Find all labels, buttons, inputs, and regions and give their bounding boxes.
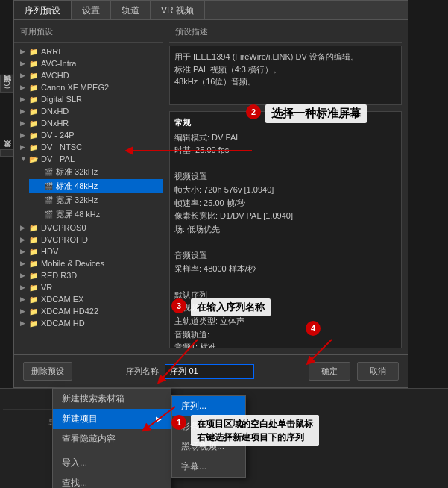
context-separator bbox=[53, 451, 171, 451]
settings-content: 编辑模式: DV PAL 时基: 25.00 fps 视频设置 帧大小: 720… bbox=[174, 131, 397, 348]
arrow-icon: ▶ bbox=[20, 107, 28, 115]
arrow-icon: ▼ bbox=[20, 155, 28, 163]
preset-hdv[interactable]: ▶ 📁 HDV bbox=[14, 245, 163, 257]
arrow-icon: ▶ bbox=[20, 284, 28, 291]
preset-dvcpros0[interactable]: ▶ 📁 DVCPROS0 bbox=[14, 222, 163, 234]
preset-avchd[interactable]: ▶ 📁 AVCHD bbox=[14, 69, 163, 81]
arrow-icon: ▶ bbox=[20, 307, 28, 315]
context-new-search-bin[interactable]: 新建搜索素材箱 bbox=[53, 389, 171, 409]
folder-icon: 📁 bbox=[29, 72, 38, 80]
submenu-title[interactable]: 字幕... bbox=[172, 457, 245, 477]
preset-xdcam-ex[interactable]: ▶ 📁 XDCAM EX bbox=[14, 293, 163, 305]
preset-std-48khz[interactable]: 🎬 标准 48kHz bbox=[29, 179, 163, 193]
preset-dnxhr[interactable]: ▶ 📁 DNxHR bbox=[14, 117, 163, 129]
cancel-button[interactable]: 取消 bbox=[357, 362, 399, 381]
context-import[interactable]: 导入... bbox=[53, 453, 171, 473]
spacer bbox=[35, 197, 42, 204]
context-view-hidden[interactable]: 查看隐藏内容 bbox=[53, 429, 171, 449]
confirm-button[interactable]: 确定 bbox=[309, 362, 350, 381]
folder-icon: 📁 bbox=[29, 96, 38, 104]
sequence-name-row: 序列名称 bbox=[72, 364, 309, 379]
folder-icon: 📁 bbox=[29, 131, 38, 140]
arrow-icon: ▶ bbox=[20, 260, 28, 267]
folder-icon: 📁 bbox=[29, 48, 38, 56]
folder-icon: 📁 bbox=[29, 236, 38, 244]
description-header: 预设描述 bbox=[169, 26, 402, 43]
preset-wide-48khz[interactable]: 🎬 宽屏 48 kHz bbox=[29, 207, 163, 222]
preset-red-r3d[interactable]: ▶ 📁 RED R3D bbox=[14, 269, 163, 281]
tab-sequence-preset[interactable]: 序列预设 bbox=[14, 1, 72, 19]
preset-arri[interactable]: ▶ 📁 ARRI bbox=[14, 46, 163, 57]
spacer bbox=[35, 183, 42, 190]
folder-icon: 📁 bbox=[29, 295, 38, 304]
dialog-body: 可用预设 ▶ 📁 ARRI ▶ 📁 AVC-Intra ▶ 📁 bbox=[14, 20, 408, 354]
preset-dnxhd[interactable]: ▶ 📁 DNxHD bbox=[14, 105, 163, 117]
preset-list-panel: 可用预设 ▶ 📁 ARRI ▶ 📁 AVC-Intra ▶ 📁 bbox=[14, 20, 163, 354]
folder-icon: 📁 bbox=[29, 248, 38, 256]
arrow-icon: ▶ bbox=[20, 119, 28, 127]
submenu-black-video[interactable]: 黑场视频... bbox=[172, 437, 245, 457]
context-new-item[interactable]: 新建项目 ▶ bbox=[53, 409, 171, 429]
arrow-icon: ▶ bbox=[20, 224, 28, 231]
side-label-edit: 编辑(C) bbox=[0, 75, 13, 93]
dv-pal-children: 🎬 标准 32kHz 🎬 标准 48kHz 🎬 宽屏 32kHz bbox=[14, 165, 163, 222]
preset-wide-32khz[interactable]: 🎬 宽屏 32kHz bbox=[29, 193, 163, 207]
file-icon: 🎬 bbox=[44, 196, 53, 204]
folder-icon: 📁 bbox=[29, 224, 38, 232]
confirm-cancel-group: 确定 取消 bbox=[309, 362, 399, 381]
preset-dv-ntsc[interactable]: ▶ 📁 DV - NTSC bbox=[14, 141, 163, 153]
preset-tree: ▶ 📁 ARRI ▶ 📁 AVC-Intra ▶ 📁 AVCHD bbox=[14, 46, 163, 329]
preset-description-panel: 预设描述 用于 IEEE1394 (FireWire/i.LINK) DV 设备… bbox=[163, 20, 408, 354]
context-menu: 新建搜索素材箱 新建项目 ▶ 查看隐藏内容 导入... 查找... bbox=[52, 388, 171, 488]
folder-icon: 📁 bbox=[29, 60, 38, 68]
arrow-icon: ▶ bbox=[20, 48, 28, 55]
dialog-bottom-bar: 删除预设 序列名称 确定 取消 bbox=[14, 354, 408, 387]
file-icon: 🎬 bbox=[44, 182, 53, 190]
arrow-icon: ▶ bbox=[20, 60, 28, 67]
context-find[interactable]: 查找... bbox=[53, 473, 171, 488]
folder-icon: 📁 bbox=[29, 260, 38, 268]
seq-name-label: 序列名称 bbox=[126, 366, 159, 377]
preset-avc-intra[interactable]: ▶ 📁 AVC-Intra bbox=[14, 57, 163, 69]
preset-std-32khz[interactable]: 🎬 标准 32kHz bbox=[29, 165, 163, 179]
available-presets-header: 可用预设 bbox=[14, 26, 163, 43]
tab-tracks[interactable]: 轨道 bbox=[111, 1, 151, 19]
file-icon: 🎬 bbox=[44, 210, 53, 219]
folder-icon: 📂 bbox=[29, 155, 38, 163]
arrow-icon: ▶ bbox=[20, 84, 28, 91]
folder-icon: 📁 bbox=[29, 107, 38, 116]
tab-settings[interactable]: 设置 bbox=[72, 1, 111, 19]
settings-section-title: 常规 bbox=[174, 116, 397, 130]
preset-vr[interactable]: ▶ 📁 VR bbox=[14, 281, 163, 293]
arrow-icon: ▶ bbox=[20, 143, 28, 151]
side-label-effects: 效果 bbox=[0, 149, 13, 157]
arrow-icon: ▶ bbox=[20, 319, 28, 327]
submenu-sequence[interactable]: 序列... bbox=[172, 396, 245, 416]
preset-digital-slr[interactable]: ▶ 📁 Digital SLR bbox=[14, 93, 163, 105]
submenu-color-bars[interactable]: 彩条... bbox=[172, 416, 245, 437]
folder-icon: 📁 bbox=[29, 143, 38, 151]
file-icon: 🎬 bbox=[44, 168, 53, 176]
dialog-window: 序列预设 设置 轨道 VR 视频 可用预设 ▶ 📁 ARRI ▶ 📁 AVC-I… bbox=[13, 0, 408, 388]
preset-dv-24p[interactable]: ▶ 📁 DV - 24P bbox=[14, 129, 163, 141]
preset-xdcam-hd[interactable]: ▶ 📁 XDCAM HD bbox=[14, 317, 163, 329]
folder-icon: 📁 bbox=[29, 319, 38, 328]
spacer bbox=[35, 169, 42, 176]
arrow-icon: ▶ bbox=[20, 248, 28, 255]
preset-xdcam-hd422[interactable]: ▶ 📁 XDCAM HD422 bbox=[14, 305, 163, 317]
preset-dv-pal[interactable]: ▼ 📂 DV - PAL bbox=[14, 153, 163, 165]
folder-icon: 📁 bbox=[29, 307, 38, 316]
tab-vr-video[interactable]: VR 视频 bbox=[151, 1, 205, 19]
arrow-icon: ▶ bbox=[20, 72, 28, 79]
spacer bbox=[35, 211, 42, 219]
folder-icon: 📁 bbox=[29, 84, 38, 92]
sequence-name-input[interactable] bbox=[165, 364, 254, 379]
submenu: 序列... 彩条... 黑场视频... 字幕... bbox=[171, 395, 246, 478]
preset-dvcprohd[interactable]: ▶ 📁 DVCPROHD bbox=[14, 234, 163, 245]
settings-text: 常规 编辑模式: DV PAL 时基: 25.00 fps 视频设置 帧大小: … bbox=[169, 111, 402, 348]
description-text: 用于 IEEE1394 (FireWire/i.LINK) DV 设备的编辑。 … bbox=[169, 46, 402, 105]
preset-mobile[interactable]: ▶ 📁 Mobile & Devices bbox=[14, 257, 163, 269]
preset-canon-xf[interactable]: ▶ 📁 Canon XF MPEG2 bbox=[14, 81, 163, 93]
delete-preset-button[interactable]: 删除预设 bbox=[23, 362, 72, 381]
arrow-icon: ▶ bbox=[20, 131, 28, 139]
